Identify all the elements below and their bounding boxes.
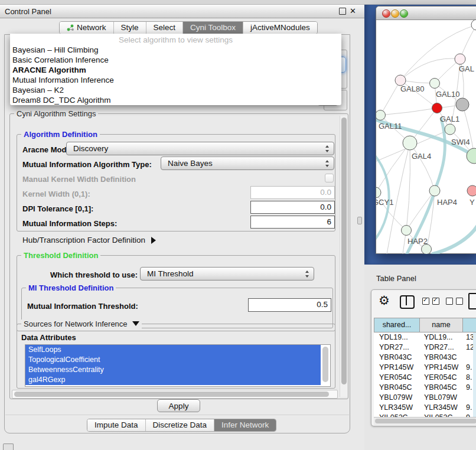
aracne-mode-select[interactable]: Discovery	[66, 142, 334, 155]
mi-steps-label: Mutual Information Steps:	[22, 219, 117, 228]
unchecked-pair-icon[interactable]	[446, 298, 463, 305]
tab-jactivemnodules[interactable]: jActiveMNodules	[243, 22, 317, 34]
columns-icon[interactable]	[400, 295, 415, 309]
tab-cyni-toolbox[interactable]: Cyni Toolbox	[182, 22, 243, 34]
minimize-light[interactable]	[391, 9, 399, 18]
table-cell: YBL079W	[419, 393, 461, 403]
tab-infer-network[interactable]: Infer Network	[214, 419, 276, 431]
attribute-item[interactable]: SelfLoops	[25, 345, 321, 355]
network-node[interactable]	[456, 98, 469, 111]
column-header[interactable]	[463, 318, 476, 332]
column-header[interactable]: shared...	[374, 318, 420, 332]
table-row[interactable]: YPR145WYPR145W9.	[374, 363, 476, 373]
scrollbar-thumb[interactable]	[322, 347, 328, 382]
tab-select[interactable]: Select	[146, 22, 183, 34]
node-label: GAL10	[436, 90, 459, 99]
table-horizontal-scrollbar[interactable]	[374, 417, 476, 425]
splitter-grip[interactable]	[357, 217, 362, 224]
network-edge	[380, 108, 437, 115]
table-row[interactable]: YBL079WYBL079W	[374, 393, 476, 403]
network-node[interactable]	[376, 110, 386, 120]
tab-network[interactable]: Network	[60, 22, 113, 34]
algorithm-option[interactable]: Bayesian – Hill Climbing	[10, 45, 341, 55]
table-cell: YLR345W	[419, 403, 461, 413]
settings-vertical-scrollbar[interactable]	[340, 116, 347, 397]
table-row[interactable]: YBR043CYBR043C	[374, 353, 476, 363]
list-vertical-scrollbar[interactable]	[321, 345, 330, 386]
attribute-item[interactable]: TopologicalCoefficient	[25, 355, 321, 365]
algorithm-definition-title: Algorithm Definition	[21, 130, 100, 139]
mi-threshold-field[interactable]: 0.5	[248, 298, 331, 312]
checked-pair-icon[interactable]	[422, 298, 439, 305]
algorithm-option[interactable]: Basic Correlation Inference	[10, 55, 341, 65]
threshold-definition-title: Threshold Definition	[21, 251, 100, 260]
table-row[interactable]: YDR27...YDR27...12	[374, 343, 476, 353]
hub-definition-toggle[interactable]: Hub/Transcription Factor Definition	[22, 236, 156, 244]
table-vertical-scrollbar[interactable]	[473, 332, 476, 417]
network-node[interactable]	[376, 187, 381, 198]
scrollbar-thumb[interactable]	[375, 419, 476, 423]
data-attributes-list[interactable]: SelfLoopsTopologicalCoefficientBetweenne…	[25, 344, 331, 387]
network-node[interactable]	[467, 185, 476, 196]
network-icon	[67, 24, 74, 31]
node-label: HAP2	[407, 237, 428, 246]
network-edge	[400, 58, 460, 80]
manual-kernel-checkbox[interactable]	[325, 174, 334, 182]
float-panel-icon[interactable]	[339, 8, 346, 15]
which-threshold-select[interactable]: MI Threshold	[140, 267, 314, 281]
table-row[interactable]: YLR345WYLR345W9.	[374, 403, 476, 413]
table-cell: YBR043C	[374, 353, 419, 363]
network-window-titlebar[interactable]	[376, 6, 476, 20]
scrollbar-thumb[interactable]	[14, 392, 329, 397]
tab-discretize-data[interactable]: Discretize Data	[145, 419, 214, 431]
scrollbar-thumb[interactable]	[341, 118, 347, 384]
sources-toggle[interactable]: Sources for Network Inference	[21, 319, 142, 328]
tab-style[interactable]: Style	[113, 22, 146, 34]
network-node[interactable]	[402, 226, 412, 236]
network-canvas[interactable]: GALGAL80GAL10GAL1GAL11SWI4GAL4GCY1HAP4YH…	[376, 19, 476, 254]
network-node[interactable]	[471, 19, 476, 30]
algorithm-dropdown-popup: Select algorithm to view settings Bayesi…	[10, 34, 341, 105]
dpi-tolerance-field[interactable]: 0.0	[250, 201, 335, 214]
minimized-panel-icon[interactable]	[3, 444, 14, 450]
stepper-arrows-icon	[325, 159, 330, 168]
network-node[interactable]	[445, 124, 455, 135]
network-node[interactable]	[432, 103, 442, 113]
kernel-width-field[interactable]: 0.0	[250, 186, 335, 199]
tab-impute-data[interactable]: Impute Data	[87, 419, 145, 431]
network-edge	[380, 80, 400, 115]
attribute-item[interactable]: gal4RGexp	[25, 375, 321, 385]
gear-icon[interactable]: ⚙	[379, 294, 390, 308]
table-cell: YBR045C	[419, 383, 461, 393]
bottom-tab-strip: Impute DataDiscretize DataInfer Network	[87, 419, 276, 432]
attribute-items: SelfLoopsTopologicalCoefficientBetweenne…	[25, 345, 330, 385]
algorithm-option[interactable]: Dream8 DC_TDC Algorithm	[10, 95, 341, 105]
table-row[interactable]: YIL052CYIL052C9	[374, 413, 476, 417]
algorithm-option[interactable]: ARACNE Algorithm	[10, 65, 341, 75]
table-cell: YDR27...	[419, 343, 461, 353]
close-light[interactable]	[382, 9, 390, 18]
attribute-item[interactable]: BetweennessCentrality	[25, 365, 321, 375]
mi-type-value: Naive Bayes	[168, 159, 213, 168]
settings-horizontal-scrollbar[interactable]	[12, 390, 338, 399]
network-node[interactable]	[403, 136, 417, 150]
table-row[interactable]: YER054CYER054C8.	[374, 373, 476, 383]
document-icon[interactable]	[468, 293, 476, 309]
network-node[interactable]	[430, 79, 440, 89]
algorithm-option[interactable]: Mutual Information Inference	[10, 75, 341, 85]
close-panel-icon[interactable]: ✕	[350, 6, 356, 15]
network-window[interactable]: GALGAL80GAL10GAL1GAL11SWI4GAL4GCY1HAP4YH…	[376, 6, 476, 254]
tab-label: Style	[121, 23, 139, 32]
network-node[interactable]	[429, 185, 440, 196]
mi-type-select[interactable]: Naive Bayes	[161, 156, 334, 170]
apply-button[interactable]: Apply	[157, 399, 200, 412]
table-row[interactable]: YDL19...YDL19...13	[374, 332, 476, 343]
network-edge	[376, 143, 410, 193]
zoom-light[interactable]	[400, 9, 408, 18]
collapse-down-icon	[132, 321, 139, 326]
table-row[interactable]: YBR045CYBR045C9.	[374, 383, 476, 393]
algorithm-option[interactable]: Bayesian – K2	[10, 85, 341, 95]
column-header[interactable]: name	[420, 318, 463, 332]
network-node[interactable]	[455, 54, 465, 64]
mi-steps-field[interactable]: 6	[250, 216, 335, 229]
